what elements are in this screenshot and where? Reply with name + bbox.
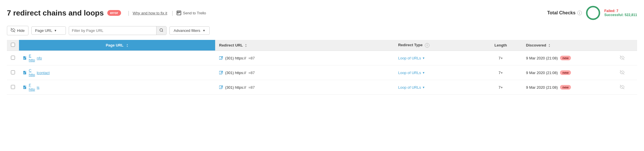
action-cell-2 [616,80,637,95]
page-url-suffix-2[interactable]: is [37,85,39,90]
page-url-text-1[interactable]: Chttp [29,68,35,77]
eye-off-icon [11,28,15,33]
row-checkbox-0[interactable] [11,56,15,60]
page-url-cell-2: Fhttp is [19,80,215,95]
divider-1: | [128,10,129,16]
table-row: Ehttp nfo (301) https:// =87 Loop of URL… [7,51,637,65]
row-checkbox-1[interactable] [11,70,15,74]
failed-count: Failed: 7 [604,9,637,13]
donut-chart [585,5,601,21]
loop-type-arrow-2: ▼ [422,86,425,89]
svg-rect-21 [24,88,25,88]
table-row: Fhttp is (301) https:// =87 Loop of URLs… [7,80,637,95]
equals-val-2: =87 [249,85,255,90]
redirect-url-text-1: (301) https:// [225,71,246,75]
page-url-suffix-1[interactable]: lcontact [37,71,50,75]
page-url-cell-1: Chttp lcontact [19,65,215,80]
hide-row-icon-0[interactable] [620,57,624,61]
page-url-sort-icon [126,43,128,47]
equals-val-0: =87 [249,56,255,60]
redirect-type-cell-2: Loop of URLs ▼ [394,80,479,95]
svg-rect-9 [24,58,25,59]
redirect-url-sort-icon: ▲▼ [245,43,247,47]
loop-type-button-0[interactable]: Loop of URLs ▼ [398,56,475,60]
loop-type-label-2: Loop of URLs [398,85,421,90]
table-row: Chttp lcontact (301) https:// =87 Loop o… [7,65,637,80]
svg-line-6 [162,31,163,32]
page-url-dropdown[interactable]: Page URL ▼ [31,26,66,35]
discovered-date-1: 9 Mar 2020 (21:08) [526,71,558,75]
trello-button[interactable]: Send to Trello [177,11,206,15]
redirect-url-cell-0: (301) https:// =87 [215,51,394,65]
svg-rect-14 [24,72,25,73]
new-badge-0: new [560,56,571,60]
discovered-column-header[interactable]: Discovered ▲▼ [522,40,616,51]
page-url-suffix-0[interactable]: nfo [37,56,42,60]
svg-rect-10 [24,59,25,59]
action-cell-0 [616,51,637,65]
redirect-type-info-icon[interactable]: i [425,43,429,48]
page-icon-0 [23,56,27,60]
search-button[interactable] [156,26,166,35]
trello-icon [177,11,181,15]
svg-point-3 [587,7,599,19]
svg-rect-23 [219,86,222,89]
row-checkbox-2[interactable] [11,85,15,89]
svg-rect-1 [179,11,180,13]
length-cell-2: 7+ [479,80,522,95]
action-cell-1 [616,65,637,80]
discovered-date-2: 9 Mar 2020 (21:08) [526,85,558,90]
length-cell-0: 7+ [479,51,522,65]
search-input[interactable] [69,27,156,34]
svg-rect-20 [24,87,25,87]
svg-point-5 [160,29,163,31]
row-checkbox-cell-2 [7,80,19,95]
chevron-down-icon: ▼ [54,29,57,32]
redirect-url-column-header[interactable]: Redirect URL ▲▼ [215,40,394,51]
loop-type-label-1: Loop of URLs [398,71,421,75]
total-checks-info-icon[interactable]: i [577,11,582,15]
page-title: 7 redirect chains and loops [7,9,104,18]
search-bar [69,26,167,35]
discovered-sort-icon: ▲▼ [549,43,551,47]
svg-rect-15 [24,73,25,73]
select-all-header [7,40,19,51]
redirect-url-cell-1: (301) https:// =87 [215,65,394,80]
select-all-checkbox[interactable] [11,43,15,47]
hide-row-icon-1[interactable] [620,71,624,76]
dropdown-label: Page URL [35,28,52,33]
divider-2: | [172,10,173,16]
redirect-url-text-2: (301) https:// [225,85,246,90]
redirect-url-text-0: (301) https:// [225,56,246,60]
error-badge: error [107,10,121,16]
svg-rect-0 [177,11,179,13]
discovered-cell-0: 9 Mar 2020 (21:08) new [522,51,616,65]
equals-val-1: =87 [249,71,255,75]
new-badge-1: new [560,70,571,75]
redirect-type-column-header[interactable]: Redirect Type i [394,40,479,51]
svg-rect-8 [24,58,25,58]
length-column-header[interactable]: Length [479,40,522,51]
loop-type-arrow-0: ▼ [422,57,425,60]
loop-type-button-1[interactable]: Loop of URLs ▼ [398,71,475,75]
checks-stats: Failed: 7 Successful: 522,811 [604,9,637,17]
page-url-column-header[interactable]: Page URL [19,40,215,51]
length-cell-1: 7+ [479,65,522,80]
advanced-filters-label: Advanced filters [174,28,200,33]
advanced-filters-button[interactable]: Advanced filters ▼ [169,26,210,35]
redirect-icon-2 [219,86,223,89]
redirect-icon-0 [219,56,223,60]
successful-count: Successful: 522,811 [604,13,637,17]
svg-rect-22 [24,88,25,88]
svg-rect-17 [219,71,222,74]
page-icon-1 [23,71,27,75]
fix-link[interactable]: Why and how to fix it [133,11,167,15]
hide-button[interactable]: Hide [7,26,28,35]
loop-type-label-0: Loop of URLs [398,56,421,60]
page-url-text-2[interactable]: Fhttp [29,83,35,92]
row-checkbox-cell-1 [7,65,19,80]
hide-row-icon-2[interactable] [620,86,624,90]
discovered-date-0: 9 Mar 2020 (21:08) [526,56,558,60]
loop-type-button-2[interactable]: Loop of URLs ▼ [398,85,475,90]
page-url-text-0[interactable]: Ehttp [29,54,35,62]
